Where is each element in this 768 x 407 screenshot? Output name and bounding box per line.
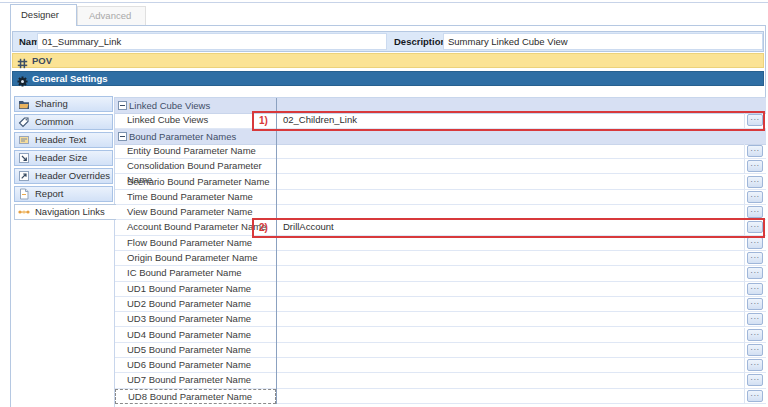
sidebar-item-common[interactable]: Common <box>14 114 113 130</box>
ellipsis-button[interactable] <box>747 359 763 371</box>
ellipsis-button[interactable] <box>747 390 763 402</box>
table-row: UD8 Bound Parameter Name <box>115 389 766 405</box>
table-row: UD6 Bound Parameter Name <box>115 358 766 374</box>
ellipsis-button[interactable] <box>747 252 763 264</box>
row-label-cell[interactable]: UD8 Bound Parameter Name <box>115 389 276 404</box>
row-label-cell[interactable]: Account Bound Parameter Name <box>115 220 276 235</box>
sidebar-item-report[interactable]: Report <box>14 186 113 202</box>
sidebar-item-sharing[interactable]: Sharing <box>14 96 113 112</box>
row-label-cell[interactable]: UD1 Bound Parameter Name <box>115 282 276 297</box>
row-value-cell[interactable] <box>277 297 744 312</box>
row-value-cell[interactable] <box>277 205 744 220</box>
table-row: Entity Bound Parameter Name <box>115 144 766 160</box>
row-value-cell[interactable] <box>277 389 744 404</box>
row-button-cell <box>744 328 766 343</box>
row-label-cell[interactable]: UD3 Bound Parameter Name <box>115 312 276 327</box>
sidebar-item-header-size[interactable]: Header Size <box>14 150 113 166</box>
row-value-cell[interactable]: 02_Children_Link <box>277 113 744 128</box>
ellipsis-button[interactable] <box>747 237 763 249</box>
row-label-cell[interactable]: Flow Bound Parameter Name <box>115 236 276 251</box>
row-button-cell <box>744 266 766 281</box>
table-row: Account Bound Parameter NameDrillAccount <box>115 220 766 236</box>
table-row: Consolidation Bound Parameter Name <box>115 159 766 175</box>
row-value-cell[interactable] <box>277 251 744 266</box>
ellipsis-button[interactable] <box>747 313 763 325</box>
row-label-cell[interactable]: UD7 Bound Parameter Name <box>115 373 276 388</box>
ellipsis-button[interactable] <box>747 374 763 386</box>
description-input[interactable]: Summary Linked Cube View <box>443 33 763 50</box>
sidebar-item-label: Header Size <box>35 152 87 163</box>
ellipsis-button[interactable] <box>747 114 763 126</box>
ellipsis-button[interactable] <box>747 267 763 279</box>
collapse-minus-icon[interactable] <box>118 132 127 141</box>
top-divider-line <box>0 2 768 3</box>
ellipsis-button[interactable] <box>747 176 763 188</box>
ellipsis-button[interactable] <box>747 145 763 157</box>
table-row: Scenario Bound Parameter Name <box>115 175 766 191</box>
links-icon <box>18 206 30 218</box>
row-button-cell <box>744 389 766 404</box>
row-value-cell[interactable]: DrillAccount <box>277 220 744 235</box>
pov-label: POV <box>32 55 52 67</box>
general-settings-section-header[interactable]: General Settings <box>12 71 764 86</box>
row-label-cell[interactable]: UD4 Bound Parameter Name <box>115 328 276 343</box>
name-description-band: Name 01_Summary_Link Description Summary… <box>12 31 764 52</box>
row-button-cell <box>744 236 766 251</box>
table-row: UD5 Bound Parameter Name <box>115 343 766 359</box>
row-button-cell <box>744 282 766 297</box>
row-value-cell[interactable] <box>277 175 744 190</box>
row-value-cell[interactable] <box>277 266 744 281</box>
ellipsis-button[interactable] <box>747 329 763 341</box>
share-folder-icon <box>18 98 30 110</box>
ellipsis-button[interactable] <box>747 160 763 172</box>
row-label-cell[interactable]: UD5 Bound Parameter Name <box>115 343 276 358</box>
table-row: Linked Cube Views02_Children_Link <box>115 113 766 129</box>
ellipsis-button[interactable] <box>747 298 763 310</box>
section-label: Bound Parameter Names <box>129 130 236 143</box>
sidebar-item-label: Report <box>35 188 64 199</box>
row-label-cell[interactable]: Time Bound Parameter Name <box>115 190 276 205</box>
table-row: Flow Bound Parameter Name <box>115 236 766 252</box>
row-label-cell[interactable]: IC Bound Parameter Name <box>115 266 276 281</box>
row-label-cell[interactable]: View Bound Parameter Name <box>115 205 276 220</box>
row-value-cell[interactable] <box>277 190 744 205</box>
row-label-cell[interactable]: Scenario Bound Parameter Name <box>115 175 276 190</box>
row-value-cell[interactable] <box>277 328 744 343</box>
row-value-cell[interactable] <box>277 343 744 358</box>
sidebar-item-header-text[interactable]: Header Text <box>14 132 113 148</box>
tab-advanced[interactable]: Advanced <box>77 6 146 25</box>
sidebar-item-navigation-links[interactable]: Navigation Links <box>14 204 116 220</box>
row-value-cell[interactable] <box>277 159 744 174</box>
row-value-cell[interactable] <box>277 236 744 251</box>
sidebar-item-header-overrides[interactable]: Header Overrides <box>14 168 113 184</box>
header-size-icon <box>18 152 30 164</box>
row-value-cell[interactable] <box>277 373 744 388</box>
row-label-cell[interactable]: Entity Bound Parameter Name <box>115 144 276 159</box>
sidebar-item-label: Navigation Links <box>35 206 105 217</box>
row-button-cell <box>744 220 766 235</box>
table-row: Origin Bound Parameter Name <box>115 251 766 267</box>
row-label-cell[interactable]: UD2 Bound Parameter Name <box>115 297 276 312</box>
ellipsis-button[interactable] <box>747 221 763 233</box>
row-button-cell <box>744 312 766 327</box>
row-label-cell[interactable]: Linked Cube Views <box>115 113 276 128</box>
row-value-cell[interactable] <box>277 282 744 297</box>
table-row: Time Bound Parameter Name <box>115 190 766 206</box>
report-icon <box>18 188 30 200</box>
pov-section-header[interactable]: POV <box>12 53 764 68</box>
row-button-cell <box>744 175 766 190</box>
row-label-cell[interactable]: UD6 Bound Parameter Name <box>115 358 276 373</box>
row-label-cell[interactable]: Origin Bound Parameter Name <box>115 251 276 266</box>
row-value-cell[interactable] <box>277 312 744 327</box>
ellipsis-button[interactable] <box>747 344 763 356</box>
row-label-cell[interactable]: Consolidation Bound Parameter Name <box>115 159 276 174</box>
ellipsis-button[interactable] <box>747 283 763 295</box>
row-value-cell[interactable] <box>277 144 744 159</box>
ellipsis-button[interactable] <box>747 206 763 218</box>
ellipsis-button[interactable] <box>747 191 763 203</box>
name-input[interactable]: 01_Summary_Link <box>37 33 387 50</box>
row-button-cell <box>744 113 766 128</box>
row-value-cell[interactable] <box>277 358 744 373</box>
collapse-minus-icon[interactable] <box>118 101 127 110</box>
tab-designer[interactable]: Designer <box>10 4 77 26</box>
